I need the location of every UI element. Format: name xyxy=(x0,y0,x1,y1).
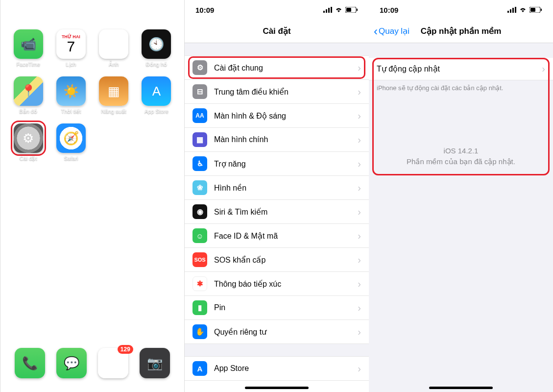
row-accessibility[interactable]: ♿︎Trợ năng› xyxy=(185,152,369,176)
home-screen-icon: ▦ xyxy=(192,132,207,147)
faceid-icon: ☺︎ xyxy=(192,228,207,243)
maps-icon: 📍 xyxy=(14,76,43,106)
chevron-left-icon: ‹ xyxy=(374,24,378,38)
row-label: Face ID & Mật mã xyxy=(214,231,278,241)
store-icon: A xyxy=(192,361,207,376)
auto-update-group: Tự động cập nhật › xyxy=(369,58,553,80)
app-productivity[interactable]: ▦Năng suất xyxy=(95,76,132,115)
row-siri[interactable]: ◉Siri & Tìm kiếm› xyxy=(185,200,369,224)
app-label: FaceTime xyxy=(16,61,40,67)
row-wallpaper[interactable]: ❀Hình nền› xyxy=(185,176,369,200)
status-icons xyxy=(139,6,173,14)
app-label: App Store xyxy=(144,108,168,114)
dock-phone[interactable]: 📞 xyxy=(15,348,45,378)
app-label: Đồng hồ xyxy=(146,61,167,68)
app-photos[interactable]: ✿Ảnh xyxy=(95,29,132,68)
row-display[interactable]: AAMàn hình & Độ sáng› xyxy=(185,104,369,128)
row-label: Trợ năng xyxy=(214,159,246,169)
auto-update-row[interactable]: Tự động cập nhật › xyxy=(369,58,553,80)
app-grid: 📹FaceTimeTHỨ HAI7Lịch✿Ảnh🕙Đồng hồ📍Bản đồ… xyxy=(0,20,184,162)
row-label: Màn hình & Độ sáng xyxy=(214,111,286,121)
row-privacy[interactable]: ✋Quyền riêng tư› xyxy=(185,320,369,344)
svg-rect-7 xyxy=(323,11,325,13)
status-bar: 10:09 xyxy=(0,0,184,20)
row-faceid[interactable]: ☺︎Face ID & Mật mã› xyxy=(185,224,369,248)
row-label: Cài đặt chung xyxy=(214,63,263,73)
svg-rect-0 xyxy=(139,11,140,13)
home-indicator[interactable] xyxy=(429,387,493,389)
svg-rect-15 xyxy=(510,9,511,13)
chevron-right-icon: › xyxy=(358,326,361,338)
page-dots[interactable] xyxy=(0,299,184,302)
privacy-icon: ✋ xyxy=(192,324,207,339)
row-label: Hình nền xyxy=(214,183,246,193)
back-label: Quay lại xyxy=(379,26,409,36)
app-clock[interactable]: 🕙Đồng hồ xyxy=(138,29,175,68)
exposure-icon: ✱ xyxy=(192,276,207,291)
svg-rect-8 xyxy=(326,9,327,13)
back-button[interactable]: ‹ Quay lại xyxy=(374,24,409,38)
wifi-icon xyxy=(150,6,158,14)
dock-messages[interactable]: 💬 xyxy=(56,348,87,378)
settings-icon: ⚙︎ xyxy=(14,123,43,153)
status-icons xyxy=(507,6,542,14)
row-store[interactable]: AApp Store› xyxy=(185,357,369,381)
row-label: Trung tâm điều khiển xyxy=(214,87,289,97)
status-icons xyxy=(323,6,358,14)
sos-icon: SOS xyxy=(192,252,207,267)
row-general[interactable]: ⚙︎Cài đặt chung› xyxy=(185,56,369,80)
chevron-right-icon: › xyxy=(358,363,361,374)
wallpaper-icon: ❀ xyxy=(192,180,207,195)
row-label: Thông báo tiếp xúc xyxy=(214,279,281,289)
svg-rect-6 xyxy=(172,8,173,11)
ios-version: iOS 14.2.1 xyxy=(377,146,545,156)
cellular-icon xyxy=(139,6,147,14)
settings-group-2: AApp Store› xyxy=(185,357,369,381)
chevron-right-icon: › xyxy=(358,206,361,218)
phone-software-update: 10:09 ‹ Quay lại Cập nhật phần mềm Tự độ… xyxy=(369,0,553,392)
row-home-screen[interactable]: ▦Màn hình chính› xyxy=(185,128,369,152)
update-body: Tự động cập nhật › iPhone sẽ tự động cài… xyxy=(369,43,553,392)
app-label: Cài đặt xyxy=(20,155,37,162)
settings-group-1: ⚙︎Cài đặt chung›⊟Trung tâm điều khiển›AA… xyxy=(185,56,369,344)
group-separator xyxy=(185,43,369,56)
row-label: Pin xyxy=(214,303,225,312)
app-settings[interactable]: ⚙︎Cài đặt xyxy=(10,123,47,162)
svg-rect-12 xyxy=(346,8,351,12)
status-time: 10:09 xyxy=(11,6,30,14)
calendar-icon: THỨ HAI7 xyxy=(56,29,86,59)
app-calendar[interactable]: THỨ HAI7Lịch xyxy=(52,29,90,68)
chevron-right-icon: › xyxy=(542,63,545,74)
photos-icon: ✿ xyxy=(99,29,128,59)
app-label: Bản đồ xyxy=(19,108,37,115)
control-center-icon: ⊟ xyxy=(192,84,207,99)
dock-camera[interactable]: 📷 xyxy=(140,348,170,378)
app-facetime[interactable]: 📹FaceTime xyxy=(10,29,47,68)
app-safari[interactable]: 🧭Safari xyxy=(52,123,90,162)
facetime-icon: 📹 xyxy=(14,29,43,59)
home-indicator[interactable] xyxy=(245,387,309,389)
general-icon: ⚙︎ xyxy=(192,60,207,75)
svg-rect-5 xyxy=(162,8,167,12)
svg-rect-13 xyxy=(357,8,358,11)
battery-icon: ▮ xyxy=(192,300,207,315)
row-battery[interactable]: ▮Pin› xyxy=(185,296,369,320)
status-time: 10:09 xyxy=(380,6,398,14)
nav-title: Cài đặt xyxy=(263,26,290,36)
chevron-right-icon: › xyxy=(358,86,361,98)
dock-folder[interactable]: ▦129 xyxy=(98,348,128,378)
app-label: Lịch xyxy=(66,61,76,68)
row-exposure[interactable]: ✱Thông báo tiếp xúc› xyxy=(185,272,369,296)
app-maps[interactable]: 📍Bản đồ xyxy=(10,76,47,115)
row-control-center[interactable]: ⊟Trung tâm điều khiển› xyxy=(185,80,369,104)
app-label: Thời tiết xyxy=(61,108,81,115)
row-sos[interactable]: SOSSOS khẩn cấp› xyxy=(185,248,369,272)
status-bar: 10:09 xyxy=(185,0,369,20)
display-icon: AA xyxy=(192,108,207,123)
app-app-store[interactable]: AApp Store xyxy=(138,76,175,115)
chevron-right-icon: › xyxy=(358,110,361,122)
home-indicator[interactable] xyxy=(61,387,124,389)
weather-icon: ☀️ xyxy=(56,76,86,106)
app-weather[interactable]: ☀️Thời tiết xyxy=(52,76,90,115)
app-store-icon: A xyxy=(142,76,171,106)
